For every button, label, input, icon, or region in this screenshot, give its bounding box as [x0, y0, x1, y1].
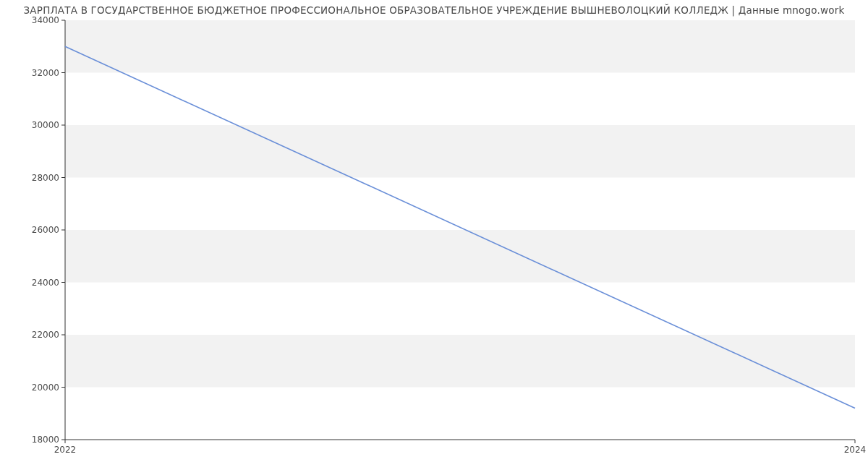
y-tick-label: 30000 [32, 120, 59, 130]
chart-title: ЗАРПЛАТА В ГОСУДАРСТВЕННОЕ БЮДЖЕТНОЕ ПРО… [0, 4, 868, 16]
grid-band [65, 230, 855, 283]
grid-band [65, 335, 855, 388]
y-tick-label: 24000 [32, 278, 59, 288]
chart-container: ЗАРПЛАТА В ГОСУДАРСТВЕННОЕ БЮДЖЕТНОЕ ПРО… [0, 0, 868, 470]
y-tick-label: 32000 [32, 68, 59, 78]
y-tick-label: 26000 [32, 225, 59, 235]
y-tick-label: 28000 [32, 173, 59, 183]
grid-band [65, 125, 855, 178]
y-tick-label: 22000 [32, 330, 59, 340]
y-tick-label: 20000 [32, 383, 59, 393]
y-tick-label: 18000 [32, 435, 59, 445]
y-tick-label: 34000 [32, 15, 59, 25]
x-tick-label: 2022 [54, 445, 77, 455]
chart-svg: 1800020000220002400026000280003000032000… [0, 0, 868, 470]
grid-band [65, 20, 855, 73]
x-tick-label: 2024 [844, 445, 867, 455]
